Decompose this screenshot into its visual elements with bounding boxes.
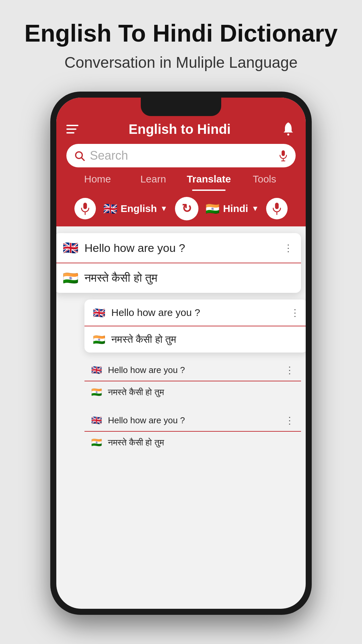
india-flag-2: 🇮🇳 xyxy=(92,332,106,346)
tab-learn[interactable]: Learn xyxy=(125,167,181,191)
phone-mockup: English to Hindi Search xyxy=(50,92,312,615)
page-header: English To Hindi Dictionary Conversation… xyxy=(0,0,362,85)
nav-tabs: Home Learn Translate Tools xyxy=(66,167,296,191)
card-wrapper-4: 🇬🇧 Hello how are you ? ⋮ 🇮🇳 नमस्ते कैसी … xyxy=(84,410,301,453)
uk-flag-3: 🇬🇧 xyxy=(90,364,103,376)
cards-area: 🇬🇧 Hello how are you ? ⋮ 🇮🇳 नमस्ते कैसी … xyxy=(56,226,306,460)
card-wrapper-2: 🇬🇧 Hello how are you ? ⋮ 🇮🇳 नमस्ते कैसी … xyxy=(84,300,306,353)
india-flag-1: 🇮🇳 xyxy=(62,269,79,287)
card-hindi-row-2: 🇮🇳 नमस्ते कैसी हो तुम xyxy=(84,326,306,353)
tab-home[interactable]: Home xyxy=(70,167,125,191)
card-hindi-row-3: 🇮🇳 नमस्ते कैसी हो तुम xyxy=(84,381,301,403)
lang-selector: 🇬🇧 English ▼ ↻ 🇮🇳 Hindi ▼ xyxy=(66,191,296,226)
card-hindi-text-1: नमस्ते कैसी हो तुम xyxy=(84,271,294,285)
card-english-text-2: Hello how are you ? xyxy=(111,307,285,318)
lang-english[interactable]: 🇬🇧 English ▼ xyxy=(103,202,168,215)
header-top: English to Hindi xyxy=(66,118,296,137)
translation-card-2: 🇬🇧 Hello how are you ? ⋮ 🇮🇳 नमस्ते कैसी … xyxy=(84,300,306,353)
uk-flag-1: 🇬🇧 xyxy=(62,239,79,257)
uk-flag-2: 🇬🇧 xyxy=(92,306,106,320)
svg-rect-6 xyxy=(83,203,87,209)
india-flag-4: 🇮🇳 xyxy=(90,436,103,448)
card-wrapper-3: 🇬🇧 Hello how are you ? ⋮ 🇮🇳 नमस्ते कैसी … xyxy=(84,359,301,403)
page-subtitle: Conversation in Muliple Language xyxy=(13,53,349,71)
card-hindi-text-2: नमस्ते कैसी हो तुम xyxy=(111,334,300,345)
card-english-row-2: 🇬🇧 Hello how are you ? ⋮ xyxy=(84,300,306,326)
translation-card-1: 🇬🇧 Hello how are you ? ⋮ 🇮🇳 नमस्ते कैसी … xyxy=(56,233,301,293)
tab-tools[interactable]: Tools xyxy=(237,167,292,191)
app-title: English to Hindi xyxy=(129,122,231,137)
mic-button-left[interactable] xyxy=(74,198,96,219)
tab-translate[interactable]: Translate xyxy=(181,167,237,191)
search-icon xyxy=(74,150,85,161)
card-hindi-text-4: नमस्ते कैसी हो तुम xyxy=(108,437,295,448)
dots-menu-3[interactable]: ⋮ xyxy=(285,365,295,376)
phone-notch xyxy=(141,98,221,116)
dots-menu-4[interactable]: ⋮ xyxy=(285,415,295,426)
lang-hindi-label: Hindi xyxy=(223,203,248,214)
card-hindi-row-4: 🇮🇳 नमस्ते कैसी हो तुम xyxy=(84,432,301,453)
translation-card-4: 🇬🇧 Hello how are you ? ⋮ 🇮🇳 नमस्ते कैसी … xyxy=(84,410,301,453)
card-english-text-3: Hello how are you ? xyxy=(108,365,280,375)
mic-button-right[interactable] xyxy=(266,198,288,219)
card-hindi-text-3: नमस्ते कैसी हो तुम xyxy=(108,387,295,397)
svg-point-0 xyxy=(287,133,289,136)
page-title: English To Hindi Dictionary xyxy=(13,20,349,47)
india-flag-3: 🇮🇳 xyxy=(90,386,103,398)
lang-english-label: English xyxy=(121,203,157,214)
uk-flag-4: 🇬🇧 xyxy=(90,414,103,426)
uk-flag: 🇬🇧 xyxy=(103,202,117,215)
india-flag: 🇮🇳 xyxy=(205,202,220,215)
bell-icon[interactable] xyxy=(281,121,296,137)
card-english-text-1: Hello how are you ? xyxy=(84,241,278,255)
hamburger-icon[interactable] xyxy=(66,125,78,133)
card-english-row-3: 🇬🇧 Hello how are you ? ⋮ xyxy=(84,359,301,381)
search-bar[interactable]: Search xyxy=(66,144,296,167)
card-wrapper-1: 🇬🇧 Hello how are you ? ⋮ 🇮🇳 नमस्ते कैसी … xyxy=(56,233,301,293)
translation-card-3: 🇬🇧 Hello how are you ? ⋮ 🇮🇳 नमस्ते कैसी … xyxy=(84,359,301,403)
card-english-row-1: 🇬🇧 Hello how are you ? ⋮ xyxy=(56,233,301,263)
lang-hindi[interactable]: 🇮🇳 Hindi ▼ xyxy=(205,202,259,215)
card-hindi-row-1: 🇮🇳 नमस्ते कैसी हो तुम xyxy=(56,263,301,293)
app-header: English to Hindi Search xyxy=(56,98,306,226)
mic-icon[interactable] xyxy=(278,150,288,161)
dots-menu-2[interactable]: ⋮ xyxy=(290,307,300,318)
chevron-down-icon: ▼ xyxy=(160,204,168,213)
swap-button[interactable]: ↻ xyxy=(175,197,198,220)
phone-screen: English to Hindi Search xyxy=(56,98,306,609)
svg-line-2 xyxy=(81,158,84,161)
card-english-row-4: 🇬🇧 Hello how are you ? ⋮ xyxy=(84,410,301,432)
dots-menu-1[interactable]: ⋮ xyxy=(284,243,294,254)
svg-rect-8 xyxy=(275,203,279,209)
card-english-text-4: Hello how are you ? xyxy=(108,415,280,426)
chevron-down-icon-2: ▼ xyxy=(251,204,259,213)
svg-rect-3 xyxy=(282,150,285,156)
search-input[interactable]: Search xyxy=(90,149,274,163)
